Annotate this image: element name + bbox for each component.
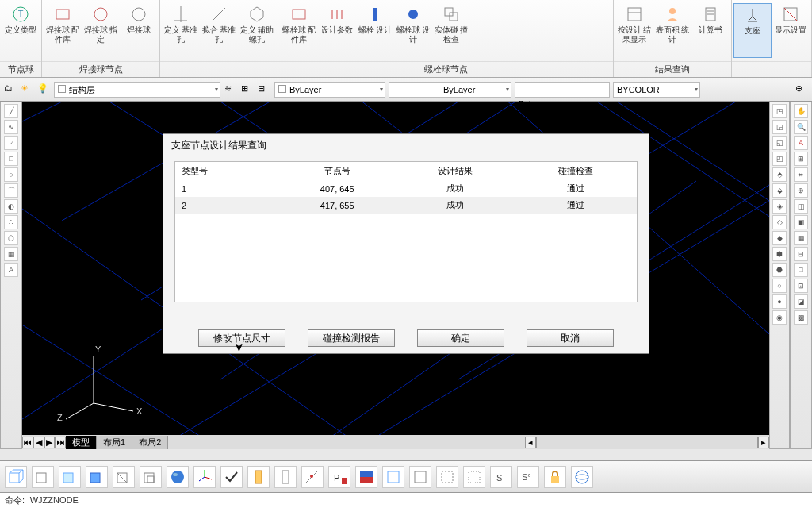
bt-S1[interactable]: S xyxy=(490,466,512,488)
rb-实体碰撞检查[interactable]: 实体碰 撞检查 xyxy=(432,3,470,58)
rb-表面积统计[interactable]: 表面积 统计 xyxy=(653,3,691,58)
bt-sheet4[interactable] xyxy=(463,466,485,488)
ucs-icon[interactable]: ⊕ xyxy=(795,83,809,97)
bt-cube1[interactable] xyxy=(5,466,27,488)
bt-sheet3[interactable] xyxy=(436,466,458,488)
bt-cube6[interactable] xyxy=(140,466,162,488)
bt-sheet1[interactable] xyxy=(382,466,404,488)
bt-sphere[interactable] xyxy=(167,466,189,488)
tool-rr8[interactable]: ▦ xyxy=(794,231,808,245)
tool-r12[interactable]: ● xyxy=(772,294,787,309)
tool-rr1[interactable]: 🔍 xyxy=(794,120,808,134)
rb-螺栓球设计[interactable]: 螺栓球 设计 xyxy=(394,3,432,58)
rb-定义辅助螺孔[interactable]: 定义 辅助螺孔 xyxy=(238,3,276,58)
tool-r3[interactable]: ◰ xyxy=(772,152,787,166)
lineweight-select[interactable]: ByLayer xyxy=(515,82,610,98)
bt-S2[interactable]: S° xyxy=(517,466,539,488)
rb-焊接球[interactable]: 焊接球 xyxy=(120,3,158,58)
tool-rr7[interactable]: ▣ xyxy=(794,215,808,229)
bt-section[interactable] xyxy=(247,466,270,488)
bt-check[interactable] xyxy=(220,466,243,488)
tab-next[interactable]: ▶ xyxy=(44,437,56,448)
tool-rr2[interactable]: A xyxy=(794,136,808,150)
tool-r4[interactable]: ⬘ xyxy=(772,167,787,182)
bt-slice[interactable] xyxy=(301,466,324,488)
rb-焊接球配件库[interactable]: 焊接球 配件库 xyxy=(44,3,82,58)
rb-定义类型[interactable]: T定义类型 xyxy=(2,3,40,58)
color-select[interactable]: ByLayer xyxy=(274,82,385,98)
tool-r9[interactable]: ⬢ xyxy=(772,247,787,261)
tool-rr6[interactable]: ◫ xyxy=(794,199,808,214)
tool-l10[interactable]: A xyxy=(4,263,18,277)
cancel-button[interactable]: 取消 xyxy=(527,329,614,347)
tool-l7[interactable]: ∴ xyxy=(4,215,18,229)
bt-P[interactable]: P xyxy=(328,466,350,488)
sun-icon[interactable]: ☀ xyxy=(20,83,34,97)
layer-select[interactable]: 结构层 xyxy=(54,82,220,98)
rb-焊接球指定[interactable]: 焊接球 指定 xyxy=(82,3,120,58)
tool-rr12[interactable]: ◪ xyxy=(794,294,808,309)
bt-globe[interactable] xyxy=(571,466,593,488)
rb-定义基准孔[interactable]: 定义 基准孔 xyxy=(162,3,200,58)
layermgr-icon[interactable]: ⊞ xyxy=(240,83,255,97)
tool-rr9[interactable]: ⊟ xyxy=(794,247,808,261)
tab-model[interactable]: 模型 xyxy=(66,436,97,449)
tool-r13[interactable]: ◉ xyxy=(772,310,787,325)
tool-l0[interactable]: ╱ xyxy=(4,104,18,118)
bt-cube4[interactable] xyxy=(86,466,108,488)
plotstyle-select[interactable]: BYCOLOR xyxy=(613,82,700,98)
layers-icon[interactable]: ≋ xyxy=(224,83,238,97)
ok-button[interactable]: 确定 xyxy=(417,329,504,347)
tool-r6[interactable]: ◈ xyxy=(772,199,787,214)
rb-计算书[interactable]: 计算书 xyxy=(691,3,730,58)
hscroll-track[interactable] xyxy=(536,437,758,448)
bt-sheet2[interactable] xyxy=(409,466,431,488)
tab-layout1[interactable]: 布局1 xyxy=(97,436,132,449)
bt-cube5[interactable] xyxy=(113,466,135,488)
tool-rr5[interactable]: ⊕ xyxy=(794,183,808,198)
layer-icon[interactable]: 🗂 xyxy=(3,83,17,97)
tool-r1[interactable]: ◲ xyxy=(772,120,787,134)
hscroll-left[interactable]: ◂ xyxy=(525,437,536,448)
tool-l8[interactable]: ⬡ xyxy=(4,231,18,245)
tool-l6[interactable]: ◐ xyxy=(4,199,18,214)
report-button[interactable]: 碰撞检测报告 xyxy=(308,329,395,347)
tab-first[interactable]: ⏮ xyxy=(22,437,33,448)
rb-拟合基准孔[interactable]: 拟合 基准孔 xyxy=(200,3,238,58)
hscroll-right[interactable]: ▸ xyxy=(758,437,769,448)
tool-r2[interactable]: ◱ xyxy=(772,136,787,150)
tool-l5[interactable]: ⌒ xyxy=(4,183,18,198)
tool-r0[interactable]: ◳ xyxy=(772,104,787,118)
tool-r5[interactable]: ⬙ xyxy=(772,183,787,198)
bt-cube3[interactable] xyxy=(59,466,81,488)
result-grid[interactable]: 类型号节点号设计结果碰撞检查 1407, 645成功通过 2417, 655成功… xyxy=(174,161,638,302)
tab-layout2[interactable]: 布局2 xyxy=(132,436,168,449)
table-row[interactable]: 2417, 655成功通过 xyxy=(175,197,637,214)
rb-支座[interactable]: 支座 xyxy=(733,3,772,58)
rb-螺栓球配件库[interactable]: 螺栓球 配件库 xyxy=(280,3,318,58)
tool-r8[interactable]: ◆ xyxy=(772,231,787,245)
tab-prev[interactable]: ◀ xyxy=(33,437,44,448)
bt-cube2[interactable] xyxy=(32,466,54,488)
bt-gizmo[interactable] xyxy=(193,466,216,488)
tool-rr0[interactable]: ✋ xyxy=(794,104,808,118)
tool-l2[interactable]: ⟋ xyxy=(4,136,18,150)
tool-rr13[interactable]: ▩ xyxy=(794,310,808,325)
tool-l4[interactable]: ○ xyxy=(4,167,18,182)
tool-r7[interactable]: ◇ xyxy=(772,215,787,229)
table-row[interactable]: 1407, 645成功通过 xyxy=(175,180,637,197)
layerstate-icon[interactable]: ⊟ xyxy=(257,83,271,97)
tool-rr3[interactable]: ⊞ xyxy=(794,152,808,166)
tool-l9[interactable]: ▦ xyxy=(4,247,18,261)
tool-l1[interactable]: ∿ xyxy=(4,120,18,134)
modify-button[interactable]: 修改节点尺寸 xyxy=(198,329,285,347)
rb-显示设置[interactable]: 显示设置 xyxy=(772,3,810,58)
tool-r11[interactable]: ○ xyxy=(772,279,787,293)
tool-rr10[interactable]: □ xyxy=(794,263,808,277)
bulb-icon[interactable]: 💡 xyxy=(36,83,51,97)
rb-按设计结果显示[interactable]: 按设计 结果显示 xyxy=(615,3,653,58)
tab-last[interactable]: ⏭ xyxy=(55,437,66,448)
tool-rr11[interactable]: ⊡ xyxy=(794,279,808,293)
bt-section2[interactable] xyxy=(274,466,297,488)
tool-l3[interactable]: □ xyxy=(4,152,18,166)
